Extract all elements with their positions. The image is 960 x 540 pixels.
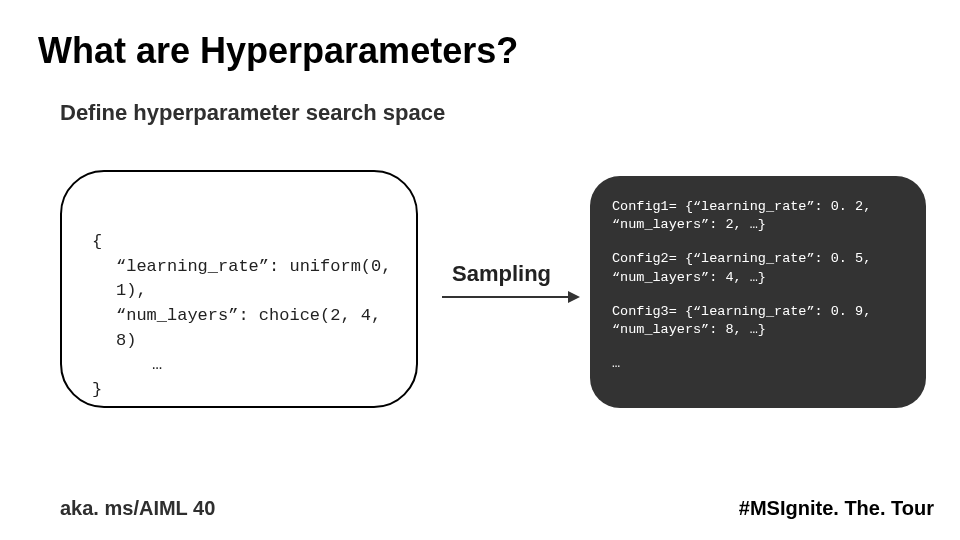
section-subtitle: Define hyperparameter search space <box>60 100 445 126</box>
config-line: Config3= {“learning_rate”: 0. 9, “num_la… <box>612 303 904 339</box>
arrow-icon <box>442 296 578 298</box>
config-line: Config1= {“learning_rate”: 0. 2, “num_la… <box>612 198 904 234</box>
code-line: } <box>92 380 102 399</box>
code-line: … <box>92 353 392 378</box>
sampling-label: Sampling <box>452 261 551 287</box>
slide: What are Hyperparameters? Define hyperpa… <box>0 0 960 540</box>
config-line: Config2= {“learning_rate”: 0. 5, “num_la… <box>612 250 904 286</box>
code-line: { <box>92 232 102 251</box>
search-space-box: { “learning_rate”: uniform(0, 1), “num_l… <box>60 170 418 408</box>
configs-box: Config1= {“learning_rate”: 0. 2, “num_la… <box>590 176 926 408</box>
code-line: “num_layers”: choice(2, 4, 8) <box>92 304 392 353</box>
footer-link-left: aka. ms/AIML 40 <box>60 497 215 520</box>
slide-title: What are Hyperparameters? <box>38 30 518 72</box>
footer-hashtag: #MSIgnite. The. Tour <box>739 497 934 520</box>
code-line: “learning_rate”: uniform(0, 1), <box>92 255 392 304</box>
config-line-more: … <box>612 355 904 373</box>
